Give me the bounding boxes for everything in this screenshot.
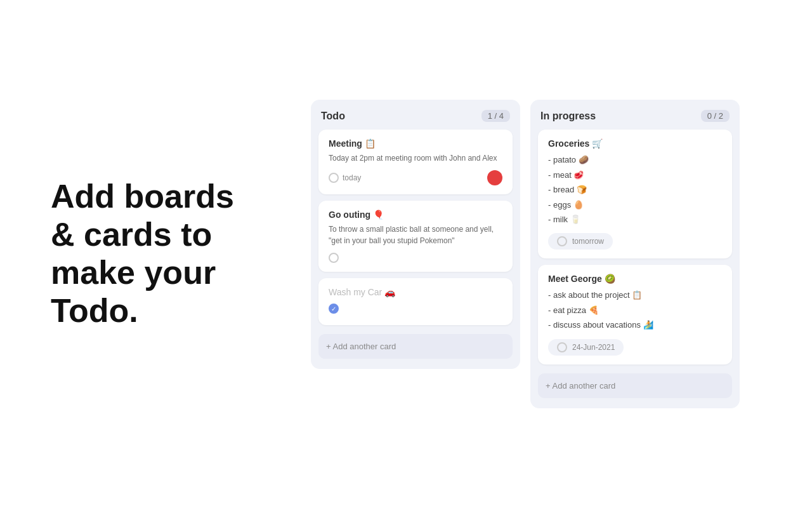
meet-george-date-text: 24-Jun-2021 xyxy=(572,343,615,352)
go-outing-card: Go outing 🎈 To throw a small plastic bal… xyxy=(318,201,513,272)
go-outing-title: Go outing 🎈 xyxy=(329,210,502,220)
list-item: - discuss about vacations 🏄 xyxy=(548,318,722,332)
groceries-date-text: tomorrow xyxy=(572,237,604,246)
list-item: - patato 🥔 xyxy=(548,152,722,167)
meeting-card-desc: Today at 2pm at meeting room with John a… xyxy=(329,152,502,164)
inprogress-board-count: 0 / 2 xyxy=(701,110,730,122)
list-item: - ask about the project 📋 xyxy=(548,288,722,302)
meet-george-radio[interactable] xyxy=(557,342,567,352)
go-outing-radio[interactable] xyxy=(329,253,339,263)
hero-section: Add boards & cards to make your Todo. xyxy=(0,140,292,368)
meeting-card: Meeting 📋 Today at 2pm at meeting room w… xyxy=(318,130,513,194)
meeting-date-text: today xyxy=(343,173,361,182)
list-item: - eggs 🥚 xyxy=(548,197,722,212)
hero-title: Add boards & cards to make your Todo. xyxy=(51,178,241,330)
go-outing-footer xyxy=(329,253,502,263)
meet-george-title: Meet George 🥝 xyxy=(548,274,722,284)
meet-george-card: Meet George 🥝 - ask about the project 📋 … xyxy=(538,265,732,364)
inprogress-board: In progress 0 / 2 Groceries 🛒 - patato 🥔… xyxy=(530,100,740,408)
meeting-red-dot xyxy=(487,170,502,185)
wash-car-check[interactable] xyxy=(329,304,339,314)
groceries-card: Groceries 🛒 - patato 🥔 - meat 🥩 - bread … xyxy=(538,130,732,258)
meeting-card-footer: today xyxy=(329,170,502,185)
inprogress-board-header: In progress 0 / 2 xyxy=(538,110,732,122)
todo-board-count: 1 / 4 xyxy=(481,110,510,122)
meet-george-date-badge: 24-Jun-2021 xyxy=(548,339,624,356)
meet-george-list: - ask about the project 📋 - eat pizza 🍕 … xyxy=(548,288,722,332)
list-item: - milk 🥛 xyxy=(548,212,722,227)
groceries-radio[interactable] xyxy=(557,236,567,246)
list-item: - meat 🥩 xyxy=(548,168,722,182)
wash-car-title: Wash my Car 🚗 xyxy=(329,287,502,297)
inprogress-board-title: In progress xyxy=(540,110,596,122)
groceries-title: Groceries 🛒 xyxy=(548,138,722,149)
wash-car-footer xyxy=(329,304,502,316)
groceries-date-badge: tomorrow xyxy=(548,233,613,250)
inprogress-add-card-button[interactable]: + Add another card xyxy=(538,373,732,398)
todo-board-header: Todo 1 / 4 xyxy=(318,110,513,122)
list-item: - bread 🍞 xyxy=(548,182,722,197)
groceries-list: - patato 🥔 - meat 🥩 - bread 🍞 - eggs 🥚 -… xyxy=(548,152,722,227)
meeting-card-title: Meeting 📋 xyxy=(329,138,502,149)
todo-add-card-button[interactable]: + Add another card xyxy=(318,334,513,359)
wash-car-card: Wash my Car 🚗 xyxy=(318,278,513,325)
meeting-date-badge: today xyxy=(329,173,361,183)
boards-area: Todo 1 / 4 Meeting 📋 Today at 2pm at mee… xyxy=(292,74,812,433)
todo-board: Todo 1 / 4 Meeting 📋 Today at 2pm at mee… xyxy=(311,100,520,369)
list-item: - eat pizza 🍕 xyxy=(548,303,722,318)
todo-board-title: Todo xyxy=(321,110,345,122)
go-outing-desc: To throw a small plastic ball at someone… xyxy=(329,224,502,246)
meeting-radio[interactable] xyxy=(329,173,339,183)
